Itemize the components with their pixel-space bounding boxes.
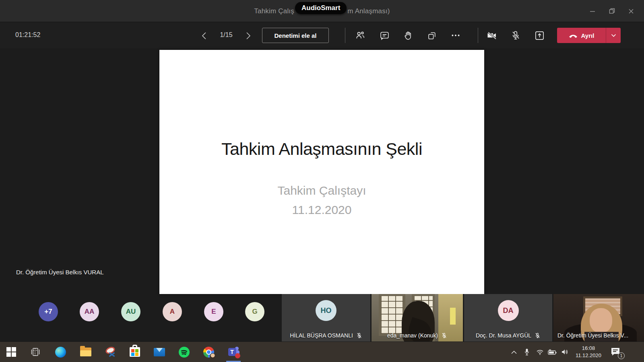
participant-tile-musa[interactable]: DA Doç. Dr. Musa AYGÜL xyxy=(464,294,552,341)
wifi-icon xyxy=(536,349,544,355)
teams-meeting-window: Tahkim Çalış AudioSmart m Anlaşması) 01:… xyxy=(0,0,644,362)
speaker-icon xyxy=(561,349,568,355)
breakout-rooms-button[interactable] xyxy=(425,29,438,42)
participant-name-row: Doç. Dr. Musa AYGÜL xyxy=(464,332,552,339)
video-light-switch xyxy=(450,314,456,325)
window-title-right: m Anlaşması) xyxy=(347,7,390,15)
store-button[interactable] xyxy=(126,342,144,362)
participant-name-row: HİLAL BÜŞRA OSMANLI xyxy=(282,332,370,339)
mail-icon xyxy=(154,348,165,356)
take-control-button[interactable]: Denetimi ele al xyxy=(262,28,329,43)
mail-button[interactable] xyxy=(151,342,168,362)
slide-counter: 1/15 xyxy=(213,31,239,39)
spotify-icon xyxy=(179,347,190,358)
close-button[interactable] xyxy=(621,0,641,22)
mic-toggle-button[interactable] xyxy=(509,29,522,42)
minimize-button[interactable] xyxy=(583,0,602,22)
task-view-button[interactable] xyxy=(27,342,44,362)
slide-date: 11.12.2020 xyxy=(159,203,484,217)
tray-chevron-icon xyxy=(511,350,517,354)
tray-mic-icon xyxy=(524,348,530,356)
chrome-button[interactable] xyxy=(200,342,217,362)
participants-icon xyxy=(355,30,365,41)
snipping-tool-button[interactable] xyxy=(102,342,120,362)
window-title: Tahkim Çalış AudioSmart m Anlaşması) xyxy=(0,0,644,22)
participant-name: eda_manav (Konuk) xyxy=(387,332,438,339)
store-icon xyxy=(130,347,140,357)
start-icon xyxy=(6,347,16,357)
windows-taskbar: T xyxy=(0,342,644,362)
call-control-bar: 01:21:52 1/15 Denetimi ele al xyxy=(0,23,644,48)
shared-presentation-slide: Tahkim Anlaşmasının Şekli Tahkim Çalışta… xyxy=(159,50,484,294)
teams-notification-dot xyxy=(235,353,240,358)
notification-badge: 1 xyxy=(618,352,625,359)
edge-icon xyxy=(55,347,66,358)
leave-button[interactable]: Ayrıl xyxy=(557,28,606,43)
task-view-icon xyxy=(30,347,41,357)
participant-avatar-overflow[interactable]: +7 xyxy=(39,302,58,321)
taskbar-time: 16:08 xyxy=(571,345,606,352)
mic-muted-icon xyxy=(441,333,447,339)
participant-avatar-au[interactable]: AU xyxy=(121,302,140,321)
toolbar-divider-2 xyxy=(478,28,478,43)
minimize-icon xyxy=(590,8,595,14)
action-center-button[interactable]: 1 xyxy=(610,347,622,357)
spotify-button[interactable] xyxy=(175,342,193,362)
camera-off-icon xyxy=(486,30,497,41)
leave-button-group: Ayrıl xyxy=(557,28,621,43)
slide-title: Tahkim Anlaşmasının Şekli xyxy=(159,139,484,159)
avatar: DA xyxy=(498,300,519,321)
tray-volume-button[interactable] xyxy=(559,342,571,362)
share-screen-icon xyxy=(534,30,545,41)
audiosmart-overlay-badge: AudioSmart xyxy=(295,2,347,14)
participant-name-row: Dr. Öğretim Üyesi Belkıs V... xyxy=(553,332,644,339)
chrome-profile-avatar xyxy=(210,353,216,359)
show-participants-button[interactable] xyxy=(354,29,367,42)
teams-icon: T xyxy=(228,347,239,358)
participant-avatar-g[interactable]: G xyxy=(245,302,264,321)
previous-slide-button[interactable] xyxy=(198,30,210,42)
tray-expand-button[interactable] xyxy=(508,342,520,362)
chrome-icon xyxy=(203,347,214,358)
tray-wifi-button[interactable] xyxy=(534,342,546,362)
chevron-right-icon xyxy=(246,32,251,40)
participant-avatar-a[interactable]: A xyxy=(163,302,182,321)
more-options-button[interactable] xyxy=(449,29,462,42)
window-controls xyxy=(583,0,641,22)
participant-avatar-e[interactable]: E xyxy=(204,302,223,321)
teams-taskbar-button[interactable]: T xyxy=(225,342,242,362)
slide-subtitle: Tahkim Çalıştayı xyxy=(159,184,484,197)
participant-tile-eda[interactable]: eda_manav (Konuk) xyxy=(372,294,463,341)
participant-avatar-aa[interactable]: AA xyxy=(80,302,99,321)
participant-name: HİLAL BÜŞRA OSMANLI xyxy=(290,332,353,339)
breakout-rooms-icon xyxy=(427,31,437,41)
toolbar-divider xyxy=(345,28,345,43)
start-button[interactable] xyxy=(2,342,20,362)
titlebar: Tahkim Çalış AudioSmart m Anlaşması) xyxy=(0,0,644,22)
share-screen-button[interactable] xyxy=(533,29,546,42)
meeting-stage: Tahkim Anlaşmasının Şekli Tahkim Çalışta… xyxy=(0,48,644,342)
mic-off-icon xyxy=(510,30,521,41)
chat-button[interactable] xyxy=(378,29,391,42)
file-explorer-button[interactable] xyxy=(77,342,95,362)
video-person-face xyxy=(590,308,612,333)
participant-tile-belkis[interactable]: Dr. Öğretim Üyesi Belkıs V... xyxy=(553,294,644,341)
edge-taskbar-button[interactable] xyxy=(52,342,69,362)
tray-mic-button[interactable] xyxy=(521,342,533,362)
hangup-icon xyxy=(569,33,578,38)
leave-label: Ayrıl xyxy=(581,32,594,39)
close-icon xyxy=(628,8,634,14)
taskbar-date: 11.12.2020 xyxy=(571,352,606,359)
participant-name: Dr. Öğretim Üyesi Belkıs V... xyxy=(557,332,628,339)
taskbar-clock[interactable]: 16:08 11.12.2020 xyxy=(571,345,606,359)
raise-hand-button[interactable] xyxy=(402,29,415,42)
participant-tile-hilal[interactable]: HO HİLAL BÜŞRA OSMANLI xyxy=(282,294,370,341)
chat-icon xyxy=(380,31,390,41)
camera-toggle-button[interactable] xyxy=(485,29,498,42)
restore-button[interactable] xyxy=(602,0,621,22)
participant-name-row: eda_manav (Konuk) xyxy=(372,332,463,339)
window-title-left: Tahkim Çalış xyxy=(254,7,294,15)
next-slide-button[interactable] xyxy=(242,30,254,42)
tray-battery-button[interactable] xyxy=(546,342,559,362)
leave-options-button[interactable] xyxy=(606,28,621,43)
